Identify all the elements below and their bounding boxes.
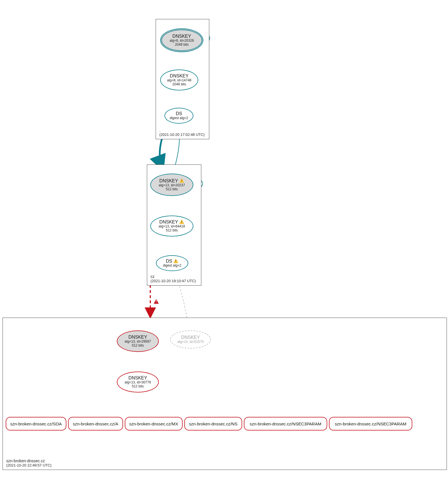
cz-zsk: DNSKEY alg=13, id=64418 512 bits <box>150 216 193 237</box>
cz-ds: DS digest alg=2 <box>156 255 188 271</box>
error-icon <box>154 299 159 304</box>
root-ksk-sub2: 2048 bits <box>175 43 189 47</box>
root-ds: DS digest alg=2 <box>164 108 193 124</box>
cz-ksk-title: DNSKEY <box>159 178 178 183</box>
rrset-nsec3param-2: szn-broken-dnssec.cz/NSEC3PARAM <box>329 417 412 431</box>
root-ksk-title: DNSKEY <box>172 34 191 39</box>
cz-ds-sub1: digest alg=2 <box>163 264 181 268</box>
target-ksk-sub2: 512 bits <box>132 344 144 348</box>
target-ksk: DNSKEY alg=13, id=29587 512 bits <box>117 330 159 352</box>
root-zsk-title: DNSKEY <box>170 73 189 79</box>
cz-ksk: DNSKEY alg=13, id=20237 512 bits <box>150 174 193 196</box>
target-ksk-sub1: alg=13, id=29587 <box>125 340 151 344</box>
target-ghost-sub1: alg=13, id=51575 <box>177 340 204 344</box>
target-zsk: DNSKEY alg=13, id=30776 512 bits <box>117 372 159 393</box>
warning-icon <box>173 259 178 263</box>
zone-root-name: . <box>159 128 205 132</box>
rrset-soa: szn-broken-dnssec.cz/SOA <box>6 417 66 431</box>
root-zsk: DNSKEY alg=8, id=14748 2048 bits <box>160 69 198 90</box>
target-ksk-title: DNSKEY <box>128 335 147 340</box>
zone-target-time: (2021-10-20 22:49:57 UTC) <box>6 463 52 467</box>
cz-zsk-sub2: 512 bits <box>166 229 178 233</box>
root-ksk-sub1: alg=8, id=20326 <box>170 39 194 43</box>
cz-ksk-sub2: 512 bits <box>166 187 178 191</box>
target-zsk-sub1: alg=13, id=30776 <box>125 381 151 385</box>
target-ghost-title: DNSKEY <box>181 335 200 340</box>
zone-cz-name: cz <box>151 274 196 279</box>
rrset-ns: szn-broken-dnssec.cz/NS <box>184 417 242 431</box>
cz-ksk-sub1: alg=13, id=20237 <box>159 183 185 187</box>
zone-target-name: szn-broken-dnssec.cz <box>6 459 52 463</box>
rrset-a: szn-broken-dnssec.cz/A <box>68 417 123 431</box>
target-zsk-sub2: 512 bits <box>132 385 144 389</box>
zone-cz-time: (2021-10-20 19:10:47 UTC) <box>151 279 196 283</box>
warning-icon <box>179 178 184 183</box>
root-ksk: DNSKEY alg=8, id=20326 2048 bits <box>160 28 203 52</box>
root-ds-sub1: digest alg=2 <box>170 116 188 120</box>
cz-zsk-title: DNSKEY <box>159 220 178 224</box>
cz-zsk-sub1: alg=13, id=64418 <box>159 225 185 229</box>
cz-ds-title: DS <box>166 259 172 263</box>
rrset-nsec3param-1: szn-broken-dnssec.cz/NSEC3PARAM <box>244 417 327 431</box>
target-zsk-title: DNSKEY <box>128 375 147 381</box>
root-zsk-sub2: 2048 bits <box>172 83 186 86</box>
zone-root-time: (2021-10-20 17:02:48 UTC) <box>159 132 205 137</box>
zone-target: szn-broken-dnssec.cz (2021-10-20 22:49:5… <box>3 318 447 470</box>
rrset-mx: szn-broken-dnssec.cz/MX <box>125 417 183 431</box>
root-zsk-sub1: alg=8, id=14748 <box>167 79 191 83</box>
target-ghost-dnskey: DNSKEY alg=13, id=51575 <box>170 330 211 349</box>
root-ds-title: DS <box>176 111 182 116</box>
warning-icon <box>179 220 184 224</box>
